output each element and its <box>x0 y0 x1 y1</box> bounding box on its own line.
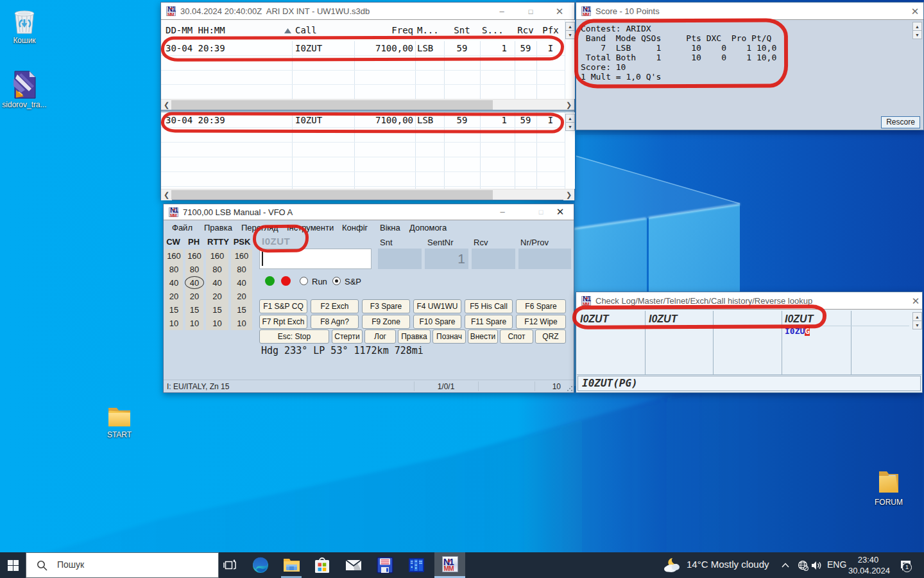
nrprov-input[interactable] <box>518 249 571 269</box>
tray-overflow-button[interactable] <box>776 552 794 578</box>
fkey-f11[interactable]: F11 Spare <box>465 315 513 329</box>
band-button[interactable]: 40 <box>231 276 252 290</box>
close-button[interactable]: ✕ <box>553 5 566 18</box>
band-button[interactable]: 15 <box>206 303 228 317</box>
column-header[interactable]: Pfx <box>536 20 565 41</box>
scroll-down-button[interactable]: ▼ <box>912 30 922 39</box>
scroll-left-button[interactable]: ❮ <box>161 189 172 200</box>
scroll-up-button[interactable]: ▲ <box>912 312 922 321</box>
menu-help[interactable]: Допомога <box>407 220 449 236</box>
close-button[interactable]: ✕ <box>909 295 922 308</box>
scroll-right-button[interactable]: ❯ <box>563 189 574 200</box>
task-view-button[interactable] <box>217 552 243 578</box>
resize-grip[interactable] <box>567 385 573 392</box>
wipe-button[interactable]: Стерти <box>332 329 363 344</box>
language-indicator[interactable]: ENG <box>827 559 846 570</box>
rescore-button[interactable]: Rescore <box>881 116 920 128</box>
fkey-f9[interactable]: F9 Zone <box>362 315 410 329</box>
band-button[interactable]: 160 <box>185 249 203 263</box>
check-suggestion[interactable]: I0ZUG <box>785 326 810 336</box>
maximize-button[interactable]: □ <box>535 206 547 218</box>
fkey-f8[interactable]: F8 Agn? <box>311 315 359 329</box>
snt-input[interactable] <box>378 249 422 269</box>
rcv-input[interactable] <box>472 249 515 269</box>
log-hscrollbar-lower[interactable]: ❮ ❯ <box>161 189 574 200</box>
band-button[interactable]: 20 <box>206 290 228 303</box>
band-button[interactable]: 160 <box>165 249 183 263</box>
log-vscroll-upper[interactable]: ▲ ▼ <box>565 20 575 99</box>
scroll-left-button[interactable]: ❮ <box>161 100 172 110</box>
taskbar-app-store[interactable] <box>309 552 335 578</box>
close-button[interactable]: ✕ <box>554 206 567 218</box>
fkey-f3[interactable]: F3 Spare <box>362 299 410 313</box>
band-button[interactable]: 40 <box>165 276 183 290</box>
band-button[interactable]: 10 <box>185 317 203 330</box>
menu-file[interactable]: Файл <box>169 220 195 236</box>
scroll-down-button[interactable]: ▼ <box>565 122 575 131</box>
band-button[interactable]: 20 <box>165 290 183 303</box>
esc-stop-button[interactable]: Esc: Stop <box>259 329 329 344</box>
log-pane-lower[interactable]: 30-04 20:39 I0ZUT 7100,00 LSB 59 1 59 I <box>161 112 565 189</box>
qrz-button[interactable]: QRZ <box>535 329 566 344</box>
check-vscroll[interactable]: ▲ ▼ <box>912 312 922 330</box>
taskbar-app-n1mm-active[interactable]: N1 + MM <box>434 552 465 578</box>
taskbar-app-archive[interactable] <box>404 552 429 578</box>
maximize-button[interactable]: □ <box>524 5 537 18</box>
band-button[interactable]: 10 <box>165 317 183 330</box>
fkey-f6[interactable]: F6 Spare <box>516 299 566 313</box>
band-button[interactable]: 80 <box>231 263 252 276</box>
band-button[interactable]: 15 <box>185 303 203 317</box>
band-button[interactable]: 20 <box>231 290 252 303</box>
score-vscroll[interactable]: ▲ ▼ <box>912 22 922 40</box>
scrollbar-thumb[interactable] <box>171 190 493 200</box>
menu-windows[interactable]: Вікна <box>377 220 403 236</box>
mark-button[interactable]: Познач <box>432 329 466 344</box>
check-result-master[interactable]: I0ZUT <box>649 313 677 325</box>
check-result-history[interactable]: I0ZUT <box>785 313 813 325</box>
desktop-icon-start-folder[interactable]: START <box>95 405 144 439</box>
band-button[interactable]: 160 <box>206 249 228 263</box>
column-header[interactable]: M... <box>417 20 439 41</box>
edit-button[interactable]: Правка <box>398 329 431 344</box>
column-header[interactable]: DD-MM HH:MM <box>166 20 225 41</box>
menu-view[interactable]: Перегляд <box>239 220 281 236</box>
log-hscrollbar-upper[interactable]: ❮ ❯ <box>161 99 574 110</box>
desktop-icon-forum-folder[interactable]: FORUM <box>864 469 913 507</box>
fkey-f2[interactable]: F2 Exch <box>311 299 359 313</box>
fkey-f12[interactable]: F12 Wipe <box>516 315 566 329</box>
menu-config[interactable]: Конфіг <box>339 220 370 236</box>
log-pane-upper[interactable]: 30-04 20:39 I0ZUT 7100,00 LSB 59 1 59 I <box>161 41 565 99</box>
spot-button[interactable]: Спот <box>500 329 533 344</box>
minimize-button[interactable]: – <box>495 5 508 18</box>
minimize-button[interactable]: – <box>496 206 509 218</box>
column-header[interactable]: Freq <box>355 20 413 41</box>
log-row[interactable]: 30-04 20:39 I0ZUT 7100,00 LSB 59 1 59 I <box>161 113 565 127</box>
band-button[interactable]: 15 <box>165 303 183 317</box>
scroll-up-button[interactable]: ▲ <box>565 22 575 31</box>
volume-tray-button[interactable] <box>807 552 825 578</box>
taskbar-app-explorer[interactable] <box>278 552 304 578</box>
column-header[interactable]: S... <box>482 20 504 41</box>
fkey-f4[interactable]: F4 UW1WU <box>413 299 461 313</box>
taskbar-app-mail[interactable] <box>341 552 366 578</box>
sp-radio-label[interactable]: S&P <box>345 277 361 286</box>
log-row[interactable]: 30-04 20:39 I0ZUT 7100,00 LSB 59 1 59 I <box>161 41 565 55</box>
log-button[interactable]: Лог <box>364 329 396 344</box>
band-button[interactable]: 20 <box>185 290 203 303</box>
log-window-titlebar[interactable]: N1+MM 30.04.2024 20:40:00Z ARI DX INT - … <box>161 3 574 20</box>
weather-status[interactable]: 14°C Mostly cloudy <box>687 559 769 570</box>
check-window-titlebar[interactable]: N1+MM Check Log/Master/Telnet/Exch/Call … <box>576 292 922 310</box>
scroll-up-button[interactable]: ▲ <box>565 114 575 123</box>
menu-edit[interactable]: Правка <box>201 220 235 236</box>
fkey-f5[interactable]: F5 His Call <box>465 299 513 313</box>
column-header[interactable]: Call <box>295 20 317 41</box>
desktop-icon-sidorov-file[interactable]: sidorov_tra... <box>0 71 49 109</box>
band-button[interactable]: 160 <box>231 249 252 263</box>
run-radio-label[interactable]: Run <box>312 277 327 286</box>
band-button[interactable]: 10 <box>231 317 252 330</box>
log-vscroll-lower[interactable]: ▲ ▼ <box>565 112 575 189</box>
callsign-input[interactable] <box>259 249 372 269</box>
sp-radio-selected[interactable] <box>332 277 341 285</box>
band-button[interactable]: 10 <box>206 317 228 330</box>
log-grid-header[interactable]: DD-MM HH:MM Call Freq M... Snt S... Rcv … <box>161 20 564 41</box>
